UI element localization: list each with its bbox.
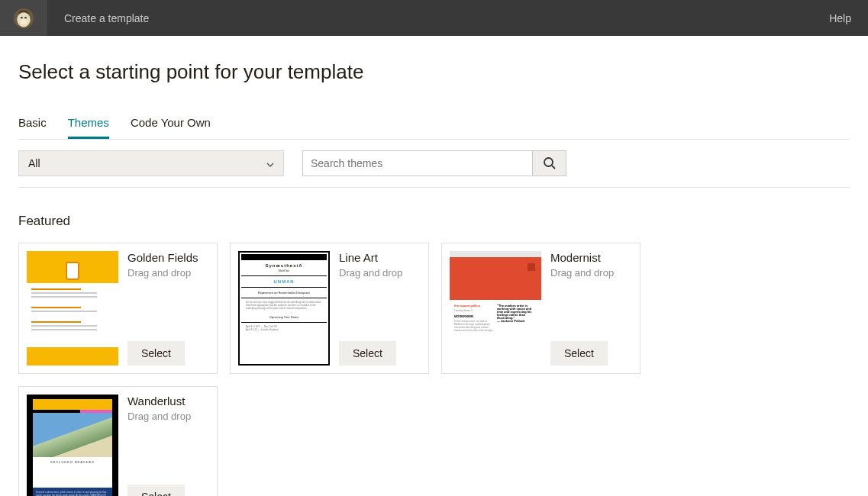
dropdown-value: All	[28, 157, 40, 169]
help-link[interactable]: Help	[829, 12, 851, 24]
page-body: Select a starting point for your templat…	[0, 36, 868, 496]
theme-subtitle: Drag and drop	[127, 267, 209, 279]
breadcrumb[interactable]: Create a template	[64, 12, 149, 24]
svg-point-2	[21, 16, 22, 18]
theme-thumbnail[interactable]: SECLUDED BEACHES Summer's almost here, w…	[27, 395, 118, 496]
search-button[interactable]	[532, 151, 566, 176]
select-button[interactable]: Select	[550, 341, 608, 366]
tab-themes[interactable]: Themes	[68, 116, 109, 139]
theme-card-modernist: the square galleryLearning Series IIMODE…	[441, 243, 641, 374]
svg-point-4	[21, 18, 27, 24]
topbar: Create a template Help	[0, 0, 868, 36]
select-button[interactable]: Select	[127, 485, 185, 496]
search-wrap	[302, 150, 566, 176]
tab-basic[interactable]: Basic	[18, 116, 47, 139]
section-featured-heading: Featured	[18, 214, 850, 229]
svg-line-6	[552, 166, 555, 169]
theme-subtitle: Drag and drop	[550, 267, 632, 279]
theme-thumbnail[interactable]	[27, 251, 118, 366]
theme-thumbnail[interactable]: SynæsthesiAWorld Tour UNMΛN Experience a…	[238, 251, 330, 366]
tabs: Basic Themes Code Your Own	[18, 116, 850, 140]
search-input[interactable]	[303, 151, 532, 176]
select-button[interactable]: Select	[127, 341, 185, 366]
svg-point-5	[544, 158, 553, 166]
logo[interactable]	[0, 0, 47, 36]
theme-card-golden-fields: Golden Fields Drag and drop Select	[18, 243, 218, 374]
search-icon	[543, 156, 557, 170]
theme-title: Wanderlust	[127, 395, 209, 407]
mailchimp-logo-icon	[13, 8, 34, 29]
tab-code-your-own[interactable]: Code Your Own	[131, 116, 211, 139]
theme-thumbnail[interactable]: the square galleryLearning Series IIMODE…	[450, 251, 541, 366]
filter-row: All	[18, 140, 850, 188]
svg-point-3	[24, 16, 26, 18]
theme-title: Line Art	[339, 251, 421, 264]
theme-card-line-art: SynæsthesiAWorld Tour UNMΛN Experience a…	[230, 243, 429, 374]
featured-grid: Golden Fields Drag and drop Select Synæs…	[18, 243, 850, 496]
chevron-down-icon	[266, 157, 274, 169]
theme-title: Modernist	[550, 251, 632, 264]
select-button[interactable]: Select	[339, 341, 396, 366]
theme-title: Golden Fields	[127, 251, 209, 264]
theme-subtitle: Drag and drop	[339, 267, 421, 279]
theme-card-wanderlust: SECLUDED BEACHES Summer's almost here, w…	[18, 386, 218, 496]
category-dropdown[interactable]: All	[18, 150, 284, 176]
theme-subtitle: Drag and drop	[127, 411, 209, 422]
page-title: Select a starting point for your templat…	[18, 60, 850, 84]
